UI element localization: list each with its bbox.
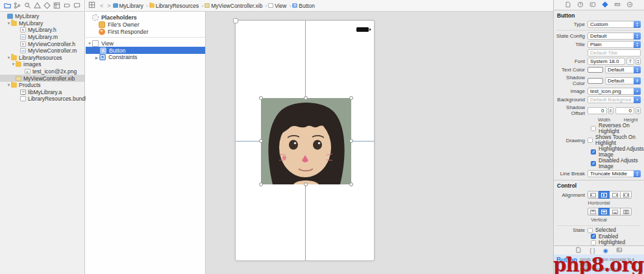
code-snippet-library-icon[interactable]: { } xyxy=(589,247,595,254)
resize-handle[interactable] xyxy=(259,182,263,186)
object-library-icon[interactable]: ◉ xyxy=(603,247,608,254)
breadcrumb-group[interactable]: LibraryResources xyxy=(149,3,199,9)
girl-face-image xyxy=(261,98,351,184)
tree-row-folder[interactable]: ▼Products xyxy=(0,82,84,89)
forward-button[interactable]: > xyxy=(107,3,110,9)
align-bottom-segment[interactable] xyxy=(610,208,621,216)
line-break-dropdown[interactable]: Truncate Middle▲▼ xyxy=(588,170,641,177)
tree-row-file[interactable]: hMyViewController.h xyxy=(0,40,84,47)
file-inspector-icon[interactable] xyxy=(565,1,571,9)
back-button[interactable]: < xyxy=(100,3,103,9)
related-items-icon[interactable] xyxy=(88,1,98,10)
align-right-segment[interactable] xyxy=(610,191,621,199)
view-controller-dot[interactable] xyxy=(233,18,238,23)
shows-touch-on-highlight-checkbox[interactable] xyxy=(588,138,593,143)
resize-handle[interactable] xyxy=(259,96,263,100)
type-dropdown[interactable]: Custom▲▼ xyxy=(588,21,641,28)
reports-icon[interactable] xyxy=(73,0,80,12)
align-top-segment[interactable] xyxy=(588,208,599,216)
resize-handle[interactable] xyxy=(304,182,308,186)
disclosure-triangle[interactable]: ▼ xyxy=(6,83,11,87)
control-section-header: Control xyxy=(554,181,644,190)
dropdown-arrows-icon: ▲▼ xyxy=(634,41,641,48)
tree-row-file[interactable]: libMyLibrary.a xyxy=(0,89,84,96)
tree-row-file[interactable]: mMyViewController.m xyxy=(0,47,84,55)
breadcrumb-file[interactable]: MyViewController.xib xyxy=(204,3,262,9)
shadow-offset-height-field[interactable]: 0 xyxy=(615,107,635,114)
shadow-color-well[interactable] xyxy=(588,78,603,84)
tests-icon[interactable] xyxy=(43,0,51,12)
shadow-offset-height-stepper[interactable]: ▲▼ xyxy=(636,107,641,114)
attributes-inspector-icon[interactable] xyxy=(602,1,608,9)
highlighted-adjusts-image-checkbox[interactable] xyxy=(591,149,596,155)
resize-handle[interactable] xyxy=(349,139,353,143)
state-enabled-checkbox[interactable] xyxy=(591,234,596,239)
tree-row-file[interactable]: hMyLibrary.h xyxy=(0,27,84,34)
tree-row-file-selected[interactable]: MyViewController.xib xyxy=(0,75,84,82)
project-navigator-icon[interactable] xyxy=(4,0,11,12)
breakpoints-icon[interactable] xyxy=(64,0,71,12)
connections-inspector-icon[interactable] xyxy=(626,1,633,9)
button-image[interactable] xyxy=(261,98,351,184)
align-middle-segment[interactable] xyxy=(599,208,610,216)
outline-button-selected[interactable]: BButton xyxy=(86,47,205,54)
ib-canvas[interactable] xyxy=(206,12,553,274)
font-picker-button[interactable]: T xyxy=(626,58,634,65)
title-text-field[interactable]: Default Title xyxy=(588,49,641,56)
breadcrumb-project[interactable]: MyLibrary xyxy=(113,3,143,9)
size-inspector-icon[interactable] xyxy=(614,1,621,9)
source-control-icon[interactable] xyxy=(14,0,21,12)
resize-handle[interactable] xyxy=(304,96,308,100)
shadow-offset-width-stepper[interactable]: ▲▼ xyxy=(608,107,613,114)
help-inspector-icon[interactable] xyxy=(577,1,584,9)
image-combo[interactable]: test_icon.png▼ xyxy=(588,88,641,95)
align-fill-segment[interactable] xyxy=(621,208,632,216)
background-combo[interactable]: Default Background Image▼ xyxy=(588,96,641,103)
tree-row-project[interactable]: MyLibrary xyxy=(0,13,84,20)
tree-row-folder[interactable]: ▼MyLibrary xyxy=(0,20,84,27)
tree-row-file[interactable]: LibraryResources.bundle xyxy=(0,95,84,103)
disclosure-triangle[interactable]: ▼ xyxy=(6,21,11,25)
disclosure-triangle[interactable]: ▼ xyxy=(11,62,16,66)
disclosure-triangle[interactable]: ▼ xyxy=(6,56,11,60)
search-icon[interactable] xyxy=(24,0,31,12)
font-size-stepper[interactable]: ▲▼ xyxy=(636,58,641,65)
media-library-icon[interactable] xyxy=(616,247,623,255)
disclosure-triangle[interactable]: ▶ xyxy=(94,55,99,60)
breadcrumb-view[interactable]: View xyxy=(268,3,286,9)
disclosure-triangle[interactable]: ▼ xyxy=(87,42,92,45)
shadow-color-dropdown[interactable]: Default▲▼ xyxy=(605,77,641,84)
disabled-adjusts-image-checkbox[interactable] xyxy=(591,161,596,166)
state-config-dropdown[interactable]: Default▲▼ xyxy=(588,32,641,40)
align-justify-segment[interactable] xyxy=(621,191,632,199)
align-center-segment[interactable] xyxy=(599,191,610,199)
state-highlighted-checkbox[interactable] xyxy=(591,240,596,245)
outline-constraints[interactable]: ▶Constraints xyxy=(86,54,205,61)
identity-inspector-icon[interactable] xyxy=(589,1,596,9)
outline-first-responder[interactable]: First Responder xyxy=(86,29,205,36)
resize-handle[interactable] xyxy=(349,182,353,186)
title-dropdown[interactable]: Plain▲▼ xyxy=(588,41,641,48)
reverses-on-highlight-checkbox[interactable] xyxy=(591,126,596,131)
state-row: State Selected xyxy=(554,227,644,234)
font-field[interactable]: System 18.0 xyxy=(588,58,625,65)
shadow-offset-width-field[interactable]: 0 xyxy=(588,107,607,114)
view-controller-canvas[interactable] xyxy=(235,20,375,261)
breadcrumb-button[interactable]: BButton xyxy=(292,3,315,9)
tree-row-folder[interactable]: ▼images xyxy=(0,61,84,68)
outline-files-owner[interactable]: File's Owner xyxy=(86,21,205,29)
tree-row-file[interactable]: mMyLibrary.m xyxy=(0,34,84,41)
tree-row-folder[interactable]: ▼LibraryResources xyxy=(0,55,84,62)
tree-row-file[interactable]: test_icon@2x.png xyxy=(0,68,84,75)
text-color-well[interactable] xyxy=(588,67,603,73)
resize-handle[interactable] xyxy=(259,139,263,143)
file-template-library-icon[interactable] xyxy=(575,247,582,255)
outline-view[interactable]: ▼View xyxy=(86,40,205,47)
outline-placeholders[interactable]: Placeholders xyxy=(86,14,205,21)
resize-handle[interactable] xyxy=(349,96,353,100)
issues-icon[interactable] xyxy=(34,0,41,12)
text-color-dropdown[interactable]: Default▲▼ xyxy=(605,66,641,73)
debug-icon[interactable] xyxy=(53,0,60,12)
state-selected-checkbox[interactable] xyxy=(588,228,593,233)
align-left-segment[interactable] xyxy=(588,191,599,199)
